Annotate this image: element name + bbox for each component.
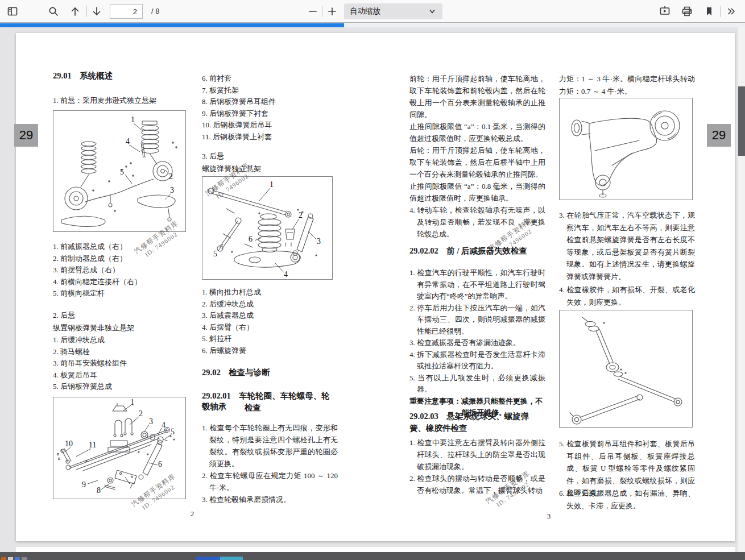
stabilizer-link-diagram — [559, 310, 693, 428]
svg-text:8: 8 — [97, 486, 101, 495]
toolbar-divider — [86, 6, 87, 17]
svg-text:2: 2 — [169, 172, 173, 181]
hub-bearing-paragraphs: 前轮：用千斤顶撑起前轴，使车轮离地，取下车轮装饰盖和前轮毂内盖，然后在轮毂上用一… — [409, 73, 545, 240]
leaf-parts-list-b: 6. 前衬套 7. 板簧托架 8. 后钢板弹簧吊耳组件 9. 后钢板弹簧下衬套 … — [202, 73, 338, 143]
control-arm-diagram — [559, 98, 693, 200]
rear-coil-subtitle: 螺旋弹簧独立悬架 — [202, 163, 338, 175]
sidebar-toggle-button[interactable] — [5, 3, 20, 19]
svg-text:4: 4 — [284, 270, 288, 279]
coil-parts-list: 1. 横向推力杆总成 2. 后缓冲块总成 3. 后减震器总成 4. 后摆臂（右）… — [202, 287, 338, 356]
svg-text:1: 1 — [130, 398, 134, 406]
taskbar-icon[interactable] — [1, 557, 6, 560]
svg-text:3: 3 — [317, 237, 321, 246]
rubber-check-item: 4. 检查橡胶件，如有损坏、开裂、或老化失效，则应更换。 — [559, 284, 695, 308]
svg-text:10: 10 — [65, 439, 73, 448]
svg-text:5: 5 — [171, 428, 175, 436]
taskbar-icon[interactable] — [22, 557, 27, 560]
rear-coil-title: 3. 后悬 — [202, 150, 338, 162]
section-290201-heading-line2: 检查 — [245, 403, 338, 413]
svg-text:5: 5 — [120, 168, 124, 176]
page-spread: 汽修帮手资料库ID: 7496002 汽修帮手资料库ID: 7496002 汽修… — [16, 33, 735, 541]
damper-check-list: 1. 检查汽车的行驶平顺性，如汽车行驶时有异常振动，在不平坦道路上行驶时驾驶室内… — [409, 267, 545, 419]
minus-icon — [307, 6, 318, 17]
next-page-button[interactable] — [89, 3, 105, 19]
page-count-label: / 8 — [151, 0, 159, 23]
print-icon — [681, 6, 693, 17]
page-number-input[interactable] — [110, 4, 143, 19]
wheel-check-list: 1. 检查每个车轮轮圈上有无凹痕，变形和裂纹，特别是要注意四个螺栓孔上有无裂纹。… — [202, 422, 338, 505]
sidebar-toggle-icon — [7, 6, 18, 17]
bookmark-icon — [703, 6, 715, 17]
plus-icon — [326, 6, 338, 17]
svg-text:9: 9 — [82, 480, 86, 489]
pdf-toolbar: / 8 自动缩放 — [0, 0, 745, 23]
svg-text:11: 11 — [89, 441, 96, 449]
section-290203-heading: 29.02.03 悬架系统球头、螺旋弹簧、橡胶件检查 — [409, 410, 545, 434]
svg-text:5: 5 — [213, 250, 217, 258]
svg-text:2: 2 — [299, 211, 303, 219]
scrollbar-thumb[interactable] — [738, 86, 745, 156]
os-taskbar[interactable] — [0, 552, 745, 560]
previous-page-button[interactable] — [67, 3, 83, 19]
svg-text:3: 3 — [149, 417, 153, 426]
front-parts-list: 1. 前减振器总成（右） 2. 前制动器总成（右） 3. 前摆臂总成（右） 4.… — [53, 241, 189, 300]
arrow-up-icon — [69, 6, 81, 17]
important-note-line1: 重要注意事项：减振器只能整件更换，不 — [409, 396, 545, 408]
toolbar-divider — [322, 6, 322, 17]
presentation-icon — [659, 6, 670, 17]
front-suspension-intro: 1. 前悬：采用麦弗逊式独立悬架 — [53, 94, 189, 106]
chapter-tab-right: 29 — [707, 124, 731, 147]
double-chevron-right-icon — [726, 6, 737, 17]
print-button[interactable] — [679, 3, 695, 19]
leaf-spring-diagram: 1 2 3 4 5 6 7 8 9 10 11 — [53, 397, 186, 499]
toolbar-divider — [720, 6, 721, 17]
taskbar-icon[interactable] — [15, 557, 20, 560]
presentation-mode-button[interactable] — [657, 3, 673, 19]
rear-damper-check-item: 6. 检查后减振器总成，如有漏油、异响、失效、卡滞，应更换。 — [559, 487, 695, 512]
leaf-parts-list-a: 1. 后缓冲块总成 2. 骑马螺栓 3. 前吊耳安装螺栓组件 4. 板簧后吊耳 … — [53, 334, 189, 393]
vertical-scrollbar[interactable] — [737, 27, 745, 560]
loading-bar-track — [0, 23, 745, 27]
svg-text:7: 7 — [129, 482, 133, 490]
zoom-in-button[interactable] — [324, 3, 340, 19]
pdf-viewer-area[interactable]: 汽修帮手资料库ID: 7496002 汽修帮手资料库ID: 7496002 汽修… — [0, 27, 745, 560]
zoom-out-button[interactable] — [305, 3, 321, 19]
chevron-down-icon — [428, 7, 437, 16]
search-icon — [48, 6, 59, 17]
zoom-scale-select[interactable]: 自动缩放 — [344, 3, 442, 19]
svg-text:2: 2 — [139, 409, 143, 418]
find-button[interactable] — [45, 3, 61, 19]
rear-coil-suspension-diagram: 1 2 3 4 5 6 — [202, 176, 333, 280]
section-2902-heading: 29.02 检查与诊断 — [202, 367, 338, 378]
ball-joint-check-list: 1. 检查中要注意左右摆臂及转向器外侧拉杆球头、拉杆球头上的防尘罩是否出现破损漏… — [409, 437, 545, 496]
loading-bar-progress — [0, 23, 344, 27]
chapter-tab-left: 29 — [14, 124, 38, 147]
torque-paragraph: 力矩：1 ～ 3 牛·米。横向稳定杆球头转动力矩：0.7 ～ 4 牛·米。 — [559, 73, 695, 98]
svg-text:1: 1 — [270, 180, 274, 189]
next-page-top-edge — [16, 547, 735, 552]
svg-text:1: 1 — [131, 115, 135, 124]
svg-text:6: 6 — [249, 235, 253, 243]
section-290202-heading: 29.02.02 前 / 后减振器失效检查 — [409, 246, 545, 256]
rear-leaf-subtitle: 纵置钢板弹簧非独立悬架 — [53, 322, 189, 334]
section-2901-heading: 29.01 系统概述 — [53, 70, 189, 81]
page-number-2: 2 — [53, 509, 332, 518]
page-number-3: 3 — [409, 512, 688, 521]
front-suspension-diagram: 1 2 3 4 5 — [53, 110, 186, 232]
taskbar-icon[interactable] — [196, 557, 220, 560]
taskbar-icon[interactable] — [220, 557, 243, 560]
svg-text:4: 4 — [126, 137, 130, 146]
taskbar-icon[interactable] — [8, 557, 13, 560]
more-tools-button[interactable] — [723, 3, 739, 19]
svg-text:4: 4 — [162, 421, 165, 429]
rear-leaf-title: 2. 后悬 — [53, 309, 189, 321]
spring-height-check-item: 3. 在轮胎气压正常，汽车空载状态下，观察汽车，如汽车左右不等高，则要注意检查前… — [559, 209, 695, 283]
zoom-scale-value: 自动缩放 — [350, 6, 380, 16]
svg-text:3: 3 — [170, 186, 174, 194]
bookmark-button[interactable] — [701, 3, 717, 19]
arrow-down-icon — [91, 6, 102, 17]
svg-text:6: 6 — [158, 460, 162, 468]
